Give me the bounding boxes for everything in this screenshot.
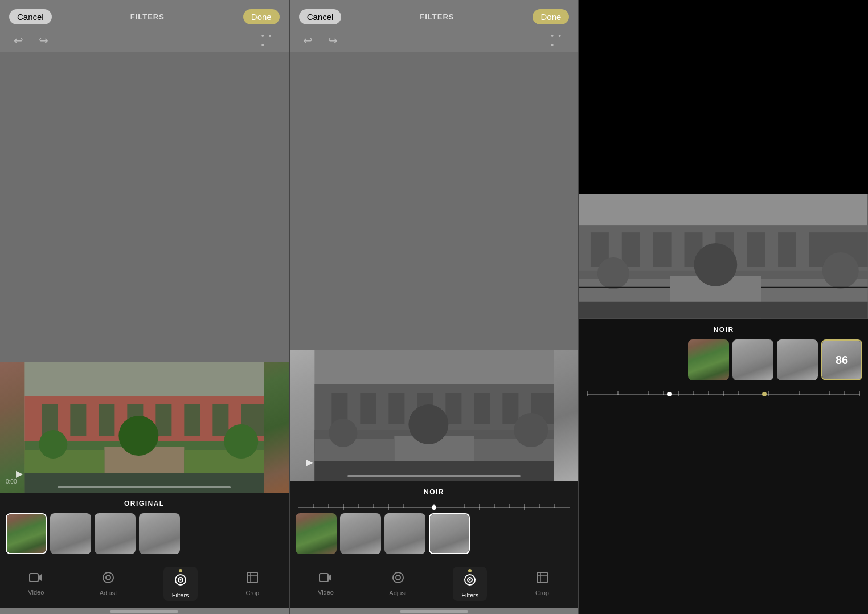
nav-label-video-1: Video [28,589,44,596]
svg-point-19 [103,572,113,583]
svg-rect-30 [360,393,376,424]
panel1-toolbar: ↩ ↪ • • • [0,29,289,52]
nav-item-adjust-2[interactable]: Adjust [381,571,415,596]
panel3-dark-top [579,0,868,194]
filter-thumb-noir-3[interactable]: 86 [821,339,862,380]
slider-dot-2[interactable] [432,505,436,510]
progress-bar-1[interactable] [58,486,231,488]
done-button-1[interactable]: Done [243,9,280,24]
cancel-button-1[interactable]: Cancel [9,9,52,24]
panel2-title: FILTERS [420,13,454,21]
filters-icon-1 [174,574,187,590]
svg-point-16 [118,416,158,456]
panel-3: NOIR 86 [579,0,868,614]
svg-point-20 [106,575,110,580]
nav-item-filters-2[interactable]: Filters [453,567,487,601]
panel2-bottom-nav: Video Adjust Filters [290,562,579,608]
svg-rect-18 [30,574,38,582]
timestamp-1: 0:00 [6,478,17,485]
svg-rect-7 [184,404,200,436]
panel2-filter-label: NOIR [296,488,573,496]
svg-rect-4 [99,404,114,436]
filter-thumb-bw3[interactable] [139,513,180,554]
filter-thumb-bw2-3[interactable] [777,339,818,380]
filter-thumb-original[interactable] [6,513,47,554]
nav-item-crop-1[interactable]: Crop [235,571,269,596]
svg-rect-51 [537,572,547,583]
panel2-bottom-panel: NOIR [290,481,579,562]
done-button-2[interactable]: Done [533,9,569,24]
nav-label-crop-1: Crop [245,590,259,596]
svg-point-17 [224,424,258,459]
svg-point-69 [597,257,629,289]
panel2-dark-area [290,52,579,350]
play-button-2[interactable]: ▶ [301,454,317,470]
svg-rect-62 [778,232,796,267]
svg-rect-31 [388,393,404,424]
panel2-filter-strip [296,513,573,554]
panel-1: Cancel FILTERS Done ↩ ↪ • • • [0,0,290,614]
filter-thumb-bw2[interactable] [95,513,136,554]
slider-dot-3[interactable] [762,392,767,396]
more-button-1[interactable]: • • • [261,31,280,50]
filter-thumb-bw1-3[interactable] [732,339,773,380]
filter-thumb-color-3[interactable] [688,339,729,380]
nav-item-video-1[interactable]: Video [19,572,53,596]
progress-bar-2[interactable] [347,475,521,477]
svg-rect-8 [212,404,228,436]
panel2-slider[interactable] [298,502,571,513]
nav-label-video-2: Video [318,589,334,596]
svg-rect-45 [320,574,328,582]
panel2-header: Cancel FILTERS Done [290,0,579,29]
svg-point-50 [469,579,471,581]
svg-point-42 [329,419,357,447]
home-indicator-1 [110,610,178,613]
svg-rect-41 [314,461,554,481]
undo-button-2[interactable]: ↩ [299,31,317,50]
svg-rect-58 [653,232,672,267]
svg-point-43 [408,404,448,444]
nav-label-adjust-2: Adjust [389,590,407,596]
home-indicator-2 [400,610,468,613]
svg-point-23 [179,579,181,581]
svg-point-44 [514,413,548,447]
panel1-dark-area [0,52,289,362]
filter-thumb-bw1-2[interactable] [340,513,381,554]
panel3-image-area [579,194,868,319]
redo-button-2[interactable]: ↪ [324,31,342,50]
panel3-slider[interactable] [587,388,860,400]
panel3-filter-strip: 86 [585,339,862,380]
panel1-filter-label: ORIGINAL [6,500,283,507]
filters-icon-2 [464,574,476,590]
svg-rect-57 [622,232,640,267]
adjust-icon-2 [392,571,404,587]
more-button-2[interactable]: • • • [551,31,569,50]
panel2-undo-redo: ↩ ↪ [299,31,342,50]
redo-button-1[interactable]: ↪ [34,31,52,50]
slider-center-dot-3 [667,392,672,396]
filter-thumb-color-2[interactable] [296,513,337,554]
filter-thumb-noir-2[interactable] [429,513,470,554]
panel1-filter-strip [6,513,283,554]
nav-label-crop-2: Crop [535,590,549,596]
svg-rect-33 [445,393,461,424]
panel2-toolbar: ↩ ↪ • • • [290,29,579,52]
adjust-icon-1 [102,571,114,587]
undo-button-1[interactable]: ↩ [9,31,27,50]
video-icon-2 [319,572,333,587]
svg-rect-68 [579,302,868,319]
cancel-button-2[interactable]: Cancel [299,9,342,24]
filter-thumb-bw2-2[interactable] [384,513,425,554]
filter-thumb-bw1[interactable] [50,513,91,554]
panel1-header: Cancel FILTERS Done [0,0,289,29]
nav-item-adjust-1[interactable]: Adjust [91,571,125,596]
nav-item-video-2[interactable]: Video [309,572,343,596]
panel-2: Cancel FILTERS Done ↩ ↪ • • • [290,0,580,614]
svg-point-47 [396,575,400,580]
svg-rect-61 [747,232,765,267]
svg-rect-3 [70,404,86,436]
nav-item-filters-1[interactable]: Filters [163,567,198,601]
panel1-bottom-nav: Video Adjust Filters [0,562,289,608]
nav-item-crop-2[interactable]: Crop [525,571,559,596]
svg-point-15 [39,430,67,459]
